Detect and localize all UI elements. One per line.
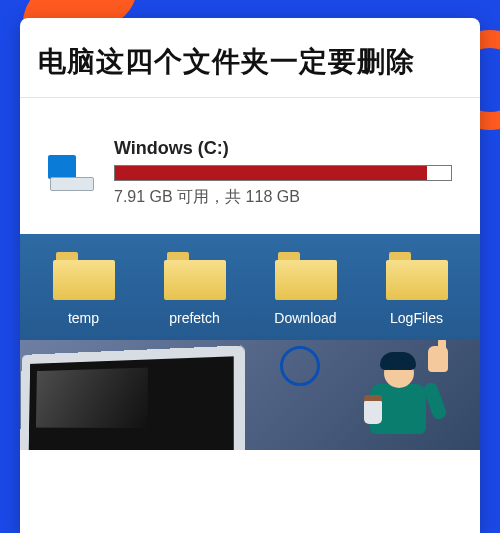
folder-label: prefetch — [149, 310, 241, 326]
drive-usage-fill — [115, 166, 427, 180]
folder-item[interactable]: prefetch — [149, 252, 241, 326]
content-card: 电脑这四个文件夹一定要删除 Windows (C:) 7.91 GB 可用，共 … — [20, 18, 480, 533]
drive-info: Windows (C:) 7.91 GB 可用，共 118 GB — [114, 138, 452, 208]
drive-name: Windows (C:) — [114, 138, 452, 159]
folder-icon — [275, 252, 337, 300]
folder-icon — [386, 252, 448, 300]
folder-item[interactable]: temp — [38, 252, 130, 326]
decor-circle-icon — [280, 346, 320, 386]
folder-icon — [164, 252, 226, 300]
drive-usage-bar — [114, 165, 452, 181]
monitor-illustration — [20, 345, 245, 450]
disk-drive-icon — [48, 149, 96, 197]
folder-item[interactable]: LogFiles — [371, 252, 463, 326]
drive-section: Windows (C:) 7.91 GB 可用，共 118 GB — [20, 97, 480, 234]
thumbs-up-icon — [428, 346, 448, 372]
folder-label: LogFiles — [371, 310, 463, 326]
person-illustration — [336, 344, 456, 450]
promo-strip — [20, 340, 480, 450]
folder-label: temp — [38, 310, 130, 326]
folder-item[interactable]: Download — [260, 252, 352, 326]
folders-row: temp prefetch Download LogFiles — [20, 234, 480, 340]
drive-status-text: 7.91 GB 可用，共 118 GB — [114, 187, 452, 208]
headline-text: 电脑这四个文件夹一定要删除 — [20, 18, 480, 97]
folder-label: Download — [260, 310, 352, 326]
folder-icon — [53, 252, 115, 300]
